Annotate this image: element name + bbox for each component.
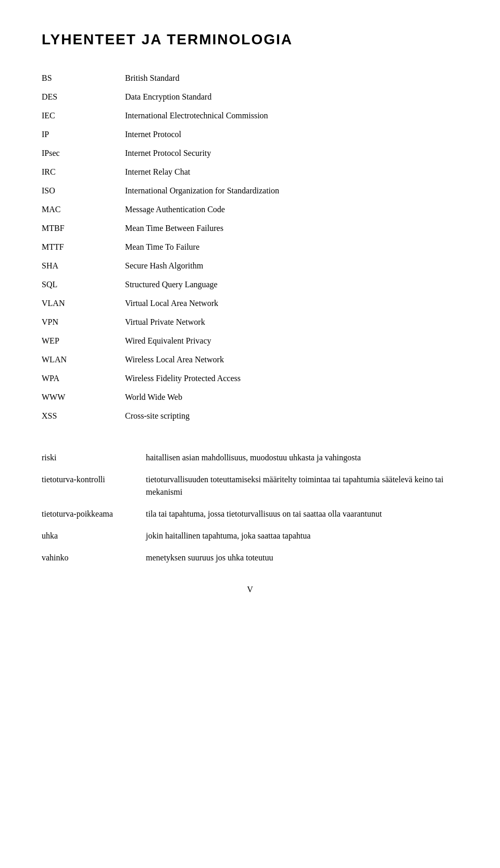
abbreviation-row: VLANVirtual Local Area Network: [42, 294, 458, 313]
abbreviation-row: BSBritish Standard: [42, 69, 458, 88]
abbreviation-full: Wired Equivalent Privacy: [125, 332, 458, 350]
abbreviation-row: WEPWired Equivalent Privacy: [42, 332, 458, 350]
abbreviation-abbr: WLAN: [42, 350, 125, 369]
abbreviation-abbr: MTTF: [42, 238, 125, 256]
abbreviation-row: ISOInternational Organization for Standa…: [42, 181, 458, 200]
abbreviation-full: International Electrotechnical Commissio…: [125, 106, 458, 125]
abbreviation-abbr: MTBF: [42, 219, 125, 238]
abbreviation-abbr: IPsec: [42, 144, 125, 163]
abbreviation-abbr: SQL: [42, 275, 125, 294]
terminology-row: riskihaitallisen asian mahdollisuus, muo…: [42, 451, 458, 464]
terminology-definition: tietoturvallisuuden toteuttamiseksi määr…: [146, 473, 458, 498]
terminology-term: tietoturva-kontrolli: [42, 473, 146, 498]
abbreviation-full: Data Encryption Standard: [125, 88, 458, 106]
abbreviation-full: Internet Protocol Security: [125, 144, 458, 163]
abbreviation-full: Wireless Local Area Network: [125, 350, 458, 369]
abbreviation-full: Structured Query Language: [125, 275, 458, 294]
abbreviation-abbr: DES: [42, 88, 125, 106]
terminology-term: vahinko: [42, 552, 146, 564]
abbreviation-full: World Wide Web: [125, 388, 458, 407]
terminology-row: tietoturva-kontrollitietoturvallisuuden …: [42, 473, 458, 498]
abbreviation-abbr: BS: [42, 69, 125, 88]
abbreviation-full: Internet Protocol: [125, 125, 458, 144]
abbreviation-full: Cross-site scripting: [125, 407, 458, 425]
abbreviation-full: International Organization for Standardi…: [125, 181, 458, 200]
page-title: LYHENTEET JA TERMINOLOGIA: [42, 31, 458, 48]
abbreviation-row: DESData Encryption Standard: [42, 88, 458, 106]
abbreviation-abbr: WEP: [42, 332, 125, 350]
abbreviation-full: Secure Hash Algorithm: [125, 256, 458, 275]
abbreviation-abbr: VPN: [42, 313, 125, 332]
abbreviation-abbr: IP: [42, 125, 125, 144]
abbreviation-row: IRCInternet Relay Chat: [42, 163, 458, 181]
terminology-term: tietoturva-poikkeama: [42, 508, 146, 520]
abbreviation-row: IECInternational Electrotechnical Commis…: [42, 106, 458, 125]
terminology-definition: haitallisen asian mahdollisuus, muodostu…: [146, 451, 458, 464]
abbreviation-row: XSSCross-site scripting: [42, 407, 458, 425]
abbreviation-full: Wireless Fidelity Protected Access: [125, 369, 458, 388]
abbreviation-full: Virtual Private Network: [125, 313, 458, 332]
abbreviation-abbr: VLAN: [42, 294, 125, 313]
terminology-section: riskihaitallisen asian mahdollisuus, muo…: [42, 451, 458, 564]
abbreviation-row: VPNVirtual Private Network: [42, 313, 458, 332]
abbreviations-table: BSBritish StandardDESData Encryption Sta…: [42, 69, 458, 425]
terminology-definition: menetyksen suuruus jos uhka toteutuu: [146, 552, 458, 564]
terminology-row: vahinkomenetyksen suuruus jos uhka toteu…: [42, 552, 458, 564]
abbreviation-full: Virtual Local Area Network: [125, 294, 458, 313]
abbreviation-row: MTTFMean Time To Failure: [42, 238, 458, 256]
abbreviation-full: Internet Relay Chat: [125, 163, 458, 181]
terminology-term: riski: [42, 451, 146, 464]
terminology-definition: jokin haitallinen tapahtuma, joka saatta…: [146, 530, 458, 542]
abbreviation-row: WLANWireless Local Area Network: [42, 350, 458, 369]
abbreviation-row: WWWWorld Wide Web: [42, 388, 458, 407]
abbreviation-row: WPAWireless Fidelity Protected Access: [42, 369, 458, 388]
abbreviation-row: MACMessage Authentication Code: [42, 200, 458, 219]
abbreviation-row: MTBFMean Time Between Failures: [42, 219, 458, 238]
abbreviation-abbr: ISO: [42, 181, 125, 200]
abbreviation-abbr: SHA: [42, 256, 125, 275]
abbreviation-full: Mean Time Between Failures: [125, 219, 458, 238]
abbreviation-abbr: WPA: [42, 369, 125, 388]
abbreviation-abbr: XSS: [42, 407, 125, 425]
page-number: V: [42, 585, 458, 594]
abbreviation-row: SHASecure Hash Algorithm: [42, 256, 458, 275]
terminology-row: uhkajokin haitallinen tapahtuma, joka sa…: [42, 530, 458, 542]
abbreviation-row: SQLStructured Query Language: [42, 275, 458, 294]
abbreviation-abbr: MAC: [42, 200, 125, 219]
abbreviation-row: IPInternet Protocol: [42, 125, 458, 144]
abbreviation-full: British Standard: [125, 69, 458, 88]
abbreviation-full: Message Authentication Code: [125, 200, 458, 219]
terminology-term: uhka: [42, 530, 146, 542]
abbreviation-abbr: IRC: [42, 163, 125, 181]
abbreviation-row: IPsecInternet Protocol Security: [42, 144, 458, 163]
terminology-definition: tila tai tapahtuma, jossa tietoturvallis…: [146, 508, 458, 520]
abbreviation-abbr: IEC: [42, 106, 125, 125]
abbreviation-full: Mean Time To Failure: [125, 238, 458, 256]
abbreviation-abbr: WWW: [42, 388, 125, 407]
terminology-row: tietoturva-poikkeamatila tai tapahtuma, …: [42, 508, 458, 520]
